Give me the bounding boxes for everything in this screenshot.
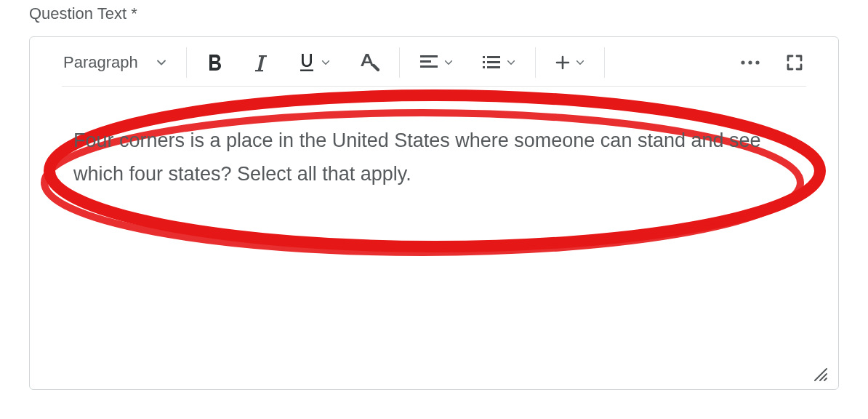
- resize-handle[interactable]: [811, 364, 828, 382]
- question-text: Four corners is a place in the United St…: [73, 129, 761, 185]
- svg-rect-6: [483, 61, 485, 63]
- svg-rect-5: [487, 56, 500, 58]
- text-color-icon: [358, 52, 380, 73]
- svg-point-12: [755, 60, 759, 64]
- chevron-down-icon: [156, 57, 167, 68]
- more-button[interactable]: [736, 47, 764, 78]
- align-left-icon: [419, 53, 439, 72]
- editor-toolbar: Paragraph: [30, 37, 838, 87]
- align-button[interactable]: [416, 47, 457, 78]
- underline-button[interactable]: [294, 47, 334, 78]
- rich-text-editor: Paragraph: [29, 36, 839, 390]
- required-asterisk: *: [131, 4, 137, 23]
- plus-icon: [555, 55, 571, 71]
- editor-content[interactable]: Four corners is a place in the United St…: [73, 124, 795, 191]
- toolbar-separator: [186, 47, 187, 78]
- bullet-list-icon: [481, 53, 502, 72]
- svg-rect-8: [483, 66, 485, 68]
- svg-rect-7: [487, 61, 500, 63]
- svg-point-10: [741, 60, 744, 64]
- toolbar-separator: [399, 47, 400, 78]
- text-format-group: [203, 47, 383, 78]
- resize-icon: [811, 364, 828, 382]
- bold-icon: [206, 52, 225, 73]
- block-format-select[interactable]: Paragraph: [62, 47, 170, 78]
- field-label-text: Question Text: [29, 4, 126, 23]
- italic-icon: [252, 52, 270, 73]
- paragraph-group: [416, 47, 519, 78]
- text-color-button[interactable]: [355, 47, 383, 78]
- insert-button[interactable]: [552, 47, 588, 78]
- svg-rect-1: [420, 55, 438, 57]
- italic-button[interactable]: [249, 47, 273, 78]
- svg-rect-2: [420, 60, 431, 63]
- field-label: Question Text *: [29, 4, 839, 23]
- svg-rect-4: [483, 56, 485, 58]
- svg-point-11: [748, 60, 752, 64]
- block-format-label: Paragraph: [63, 53, 138, 72]
- expand-icon: [786, 54, 803, 71]
- toolbar-separator: [535, 47, 536, 78]
- fullscreen-button[interactable]: [783, 47, 806, 78]
- chevron-down-icon: [321, 57, 331, 68]
- svg-rect-3: [420, 65, 438, 68]
- ellipsis-icon: [739, 59, 761, 66]
- chevron-down-icon: [443, 57, 454, 68]
- chevron-down-icon: [575, 57, 585, 68]
- underline-icon: [297, 52, 316, 73]
- chevron-down-icon: [506, 57, 516, 68]
- svg-rect-0: [300, 70, 313, 71]
- bold-button[interactable]: [203, 47, 228, 78]
- list-button[interactable]: [478, 47, 519, 78]
- svg-rect-9: [487, 66, 500, 68]
- toolbar-separator: [604, 47, 605, 78]
